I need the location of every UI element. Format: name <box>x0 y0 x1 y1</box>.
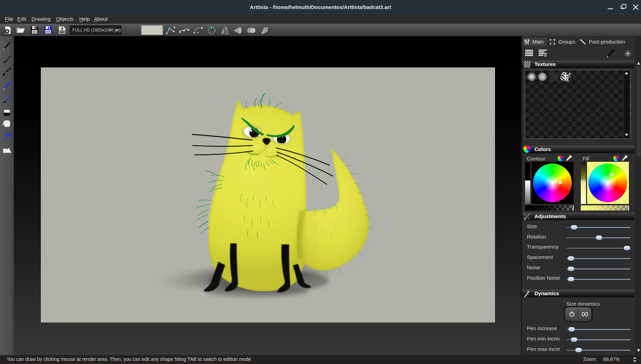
svg-text:PNG: PNG <box>60 31 64 33</box>
